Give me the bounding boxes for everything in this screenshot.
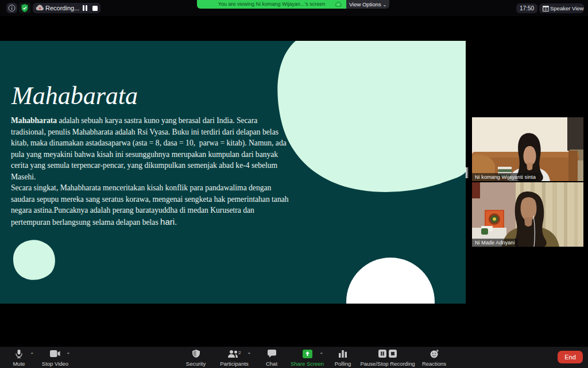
svg-text:2: 2 — [238, 350, 241, 355]
